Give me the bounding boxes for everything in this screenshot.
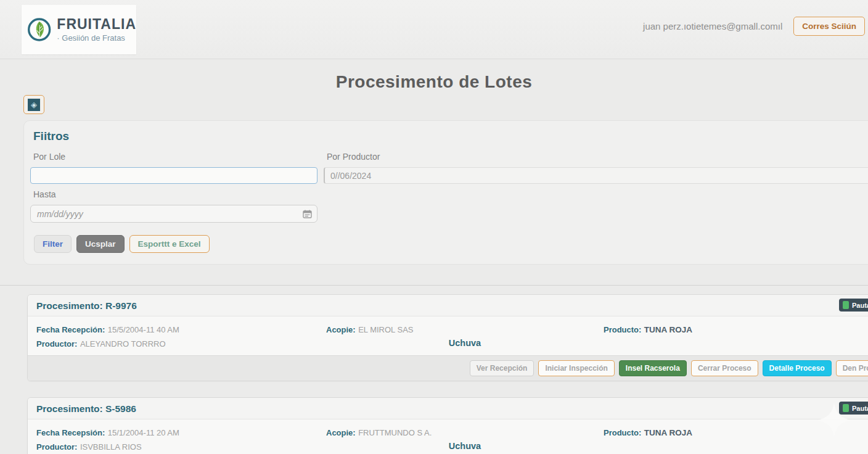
card-header: Procesimento: R-9976 Pauta — [28, 295, 868, 316]
producto-label: Producto: — [604, 325, 641, 334]
section-divider — [0, 285, 868, 286]
den-proceso-button[interactable]: Den Proceso — [836, 360, 868, 376]
card-actions: Ver Recepción Iniciar Inspección Insel R… — [28, 355, 868, 381]
acopio-field: Acopie: FRUTTMUNDO S A. — [326, 427, 604, 438]
status-badge-label: Pauta — [852, 405, 868, 412]
hasta-label: Hasta — [33, 189, 317, 199]
green-square-icon — [843, 301, 849, 309]
variety-label: Uchuva — [326, 338, 604, 349]
topbar-right: juan perz.ıotietemes@gmall.comıl Corres … — [643, 17, 865, 36]
status-badge-label: Pauta — [852, 302, 868, 309]
producto-value: TUNA ROJA — [644, 325, 692, 334]
productor-value: ALEYANDRO TORRRO — [80, 339, 166, 349]
calendar-icon[interactable] — [303, 210, 312, 218]
expand-filters-button[interactable]: ◈ — [23, 95, 44, 114]
fecha-recepcion-value: 15/1/2004-11 20 AM — [108, 428, 179, 437]
process-card: Procesimento: S-5986 Pauta Fecha Recepsi… — [27, 397, 868, 454]
por-productor-input[interactable] — [324, 167, 868, 184]
ver-recepcion-button[interactable]: Ver Recepción — [470, 360, 534, 376]
producto-field: Producto: TUNA ROJA — [604, 324, 868, 335]
brand-tagline: · Gesiión de Fratas — [57, 33, 136, 43]
status-badge: Pauta — [839, 402, 868, 415]
acopio-value: FRUTTMUNDO S A. — [358, 428, 432, 437]
por-lote-label: Por Lole — [33, 152, 317, 162]
page-title: Procesimento de Lotes — [0, 72, 868, 92]
brand-logo: FRUITALIA · Gesiión de Fratas — [22, 5, 136, 54]
fecha-recepcion-label: Fecha Recepsión: — [36, 428, 105, 437]
fecha-recepcion-field: Fecha Recepción: 15/5/2004-11 40 AM — [36, 324, 326, 335]
iniciar-inspeccion-button[interactable]: Iniciar Inspección — [538, 360, 614, 376]
filters-panel: Fiitros Por Lole Por Productor Hasta — [23, 120, 868, 265]
detalle-proceso-button[interactable]: Detalle Proceso — [763, 360, 832, 376]
logout-button[interactable]: Corres Sciiún — [793, 17, 865, 36]
card-body: Fecha Recepción: 15/5/2004-11 40 AM Acop… — [28, 316, 868, 355]
clear-button[interactable]: Ucsplar — [76, 235, 125, 253]
fecha-recepcion-label: Fecha Recepción: — [36, 325, 105, 334]
page-root: FRUITALIA · Gesiión de Fratas juan perz.… — [0, 0, 868, 454]
filter-actions: Filter Ucsplar Esporttt e Excel — [34, 235, 868, 253]
leaf-logo-icon — [27, 12, 51, 47]
productor-field: Productor: ISVBBILLA RIOS — [36, 441, 326, 452]
card-header: Procesimento: S-5986 Pauta — [28, 398, 868, 419]
producto-field: Producto: TUNA ROJA — [604, 427, 868, 438]
acopio-label: Acopie: — [326, 325, 356, 334]
productor-value: ISVBBILLA RIOS — [80, 442, 142, 452]
por-productor-label: Por Productor — [327, 152, 868, 162]
expand-icon: ◈ — [28, 99, 40, 111]
fecha-recepcion-value: 15/5/2004-11 40 AM — [108, 325, 179, 334]
spacer — [604, 338, 868, 349]
status-badge: Pauta — [839, 299, 868, 312]
card-body: Fecha Recepsión: 15/1/2004-11 20 AM Acop… — [28, 419, 868, 454]
productor-label: Productor: — [36, 339, 77, 349]
por-lote-input[interactable] — [30, 167, 317, 184]
variety-label: Uchuva — [326, 441, 604, 452]
process-card: Procesimento: R-9976 Pauta Fecha Recepci… — [27, 294, 868, 381]
fecha-recepcion-field: Fecha Recepsión: 15/1/2004-11 20 AM — [36, 427, 326, 438]
brand-name: FRUITALIA — [57, 17, 136, 31]
filters-row-2: Hasta — [30, 189, 317, 223]
export-excel-button[interactable]: Esporttt e Excel — [129, 235, 210, 253]
card-title: Procesimento: S-5986 — [36, 403, 136, 414]
filters-title: Fiitros — [33, 130, 868, 143]
filters-row-1: Por Lole Por Productor — [30, 149, 868, 184]
brand-text: FRUITALIA · Gesiión de Fratas — [57, 17, 136, 43]
productor-field: Productor: ALEYANDRO TORRRO — [36, 338, 326, 349]
filter-group-productor: Por Productor — [324, 149, 868, 184]
acopio-value: EL MIROL SAS — [358, 325, 413, 334]
insel-racserola-button[interactable]: Insel Racserola — [619, 360, 687, 376]
top-bar: FRUITALIA · Gesiión de Fratas juan perz.… — [0, 0, 868, 59]
producto-value: TUNA ROJA — [644, 428, 692, 437]
productor-label: Productor: — [36, 442, 77, 452]
user-email: juan perz.ıotietemes@gmall.comıl — [643, 21, 782, 31]
cerrar-proceso-button[interactable]: Cerrar Proceso — [691, 360, 758, 376]
green-square-icon — [843, 404, 849, 412]
acopio-field: Acopie: EL MIROL SAS — [326, 324, 604, 335]
producto-label: Producto: — [604, 428, 641, 437]
hasta-input-wrap — [30, 205, 317, 223]
filter-button[interactable]: Filter — [34, 235, 72, 253]
card-title: Procesimento: R-9976 — [36, 300, 137, 311]
acopio-label: Acopie: — [326, 428, 356, 437]
spacer — [604, 441, 868, 452]
hasta-date-input[interactable] — [30, 205, 317, 223]
filter-group-lote: Por Lole — [30, 149, 317, 184]
